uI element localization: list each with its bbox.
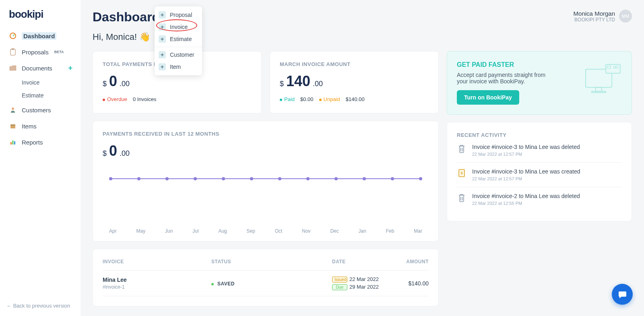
turn-on-bookipay-button[interactable]: Turn on BookiPay	[457, 90, 519, 105]
payments-chart-dec: .00	[120, 149, 130, 158]
payments-chart-whole: 0	[109, 143, 117, 159]
row-customer-name: Mina Lee	[103, 277, 211, 283]
nav-customers[interactable]: Customers	[4, 102, 76, 118]
unpaid-label: Unpaid	[324, 96, 340, 102]
nav-proposals-label: Proposals	[22, 49, 49, 56]
document-icon: $	[457, 168, 466, 178]
svg-text:$: $	[460, 171, 462, 175]
nav-documents-label: Documents	[22, 65, 52, 72]
overdue-count: 0 Invoices	[133, 96, 157, 102]
svg-rect-6	[10, 142, 12, 145]
user-name: Monica Morgan	[574, 10, 615, 17]
plus-icon: +	[159, 23, 166, 31]
chart-x-label: Nov	[302, 228, 310, 234]
nav-invoice[interactable]: Invoice	[4, 76, 76, 89]
chart-x-label: Sep	[247, 228, 255, 234]
nav-documents[interactable]: Documents +	[4, 60, 76, 76]
svg-point-3	[12, 107, 14, 110]
device-illustration-icon	[582, 61, 622, 105]
dropdown-separator	[155, 47, 202, 47]
overdue-label: Overdue	[107, 96, 127, 102]
month-invoice-title: MARCH INVOICE AMOUNT	[280, 61, 429, 67]
plus-icon: +	[159, 35, 166, 43]
dot-red-icon	[103, 99, 105, 101]
activity-time: 22 Mar 2022 at 12:57 PM	[472, 152, 580, 157]
svg-rect-12	[606, 64, 620, 73]
back-to-previous-link[interactable]: ← Back to previous version	[6, 303, 70, 309]
total-payments-dec: .00	[120, 80, 130, 88]
nav-items-label: Items	[22, 123, 37, 130]
nav-items[interactable]: Items	[4, 118, 76, 134]
plus-icon: +	[159, 63, 166, 70]
activity-time: 22 Mar 2022 at 12:55 PM	[472, 201, 580, 206]
dropdown-item[interactable]: + Item	[155, 61, 202, 73]
chart-data-point	[250, 177, 253, 180]
paid-label: Paid	[284, 96, 295, 102]
chart-data-point	[222, 177, 225, 180]
chart-data-point	[137, 177, 140, 180]
issued-badge: Issued	[332, 277, 347, 283]
activity-text: Invoice #invoice-3 to Mina Lee was creat…	[472, 168, 580, 175]
chart-data-point	[419, 177, 422, 180]
svg-rect-11	[592, 91, 606, 93]
nav-proposals[interactable]: ProposalsBETA	[4, 44, 76, 60]
recent-activity-card: RECENT ACTIVITY Invoice #invoice-3 to Mi…	[447, 122, 632, 221]
svg-rect-10	[596, 87, 602, 91]
svg-rect-7	[12, 140, 14, 145]
dashboard-icon	[9, 32, 17, 40]
svg-rect-8	[14, 141, 15, 145]
month-invoice-dec: .00	[313, 80, 323, 88]
add-document-icon[interactable]: +	[68, 64, 72, 72]
nav-dashboard-label: Dashboard	[22, 32, 56, 40]
line-chart	[105, 173, 426, 221]
col-header-date: DATE	[332, 259, 396, 264]
chart-x-label: Feb	[386, 228, 394, 234]
month-invoice-whole: 140	[286, 73, 310, 90]
activity-title: RECENT ACTIVITY	[457, 132, 622, 138]
folder-icon	[9, 64, 17, 72]
dropdown-estimate[interactable]: + Estimate	[155, 33, 202, 45]
beta-badge: BETA	[54, 50, 64, 54]
chart-icon	[9, 138, 17, 146]
chart-data-point	[109, 177, 112, 180]
month-invoice-card: MARCH INVOICE AMOUNT $ 140.00 Paid $0.00…	[270, 51, 439, 114]
create-dropdown-menu: + Proposal + Invoice + Estimate + Custom…	[155, 6, 202, 75]
bookipay-promo-card: GET PAID FASTER Accept card payments str…	[447, 51, 632, 115]
activity-item[interactable]: Invoice #invoice-2 to Mina Lee was delet…	[457, 187, 622, 211]
col-header-status: STATUS	[211, 259, 332, 264]
chart-x-label: Jul	[192, 228, 198, 234]
trash-icon	[457, 193, 466, 202]
activity-item[interactable]: Invoice #invoice-3 to Mina Lee was delet…	[457, 138, 622, 163]
clipboard-icon	[9, 48, 17, 56]
greeting: Hi, Monica! 👋	[93, 32, 160, 42]
chart-x-label: Mar	[414, 228, 422, 234]
svg-rect-1	[10, 49, 15, 55]
nav-estimate[interactable]: Estimate	[4, 89, 76, 102]
promo-text: Accept card payments straight from your …	[457, 72, 553, 85]
user-menu[interactable]: Monica Morgan BOOKIPI PTY LTD MM	[574, 10, 632, 23]
nav-customers-label: Customers	[22, 107, 51, 114]
svg-rect-5	[10, 124, 15, 126]
plus-icon: +	[159, 51, 166, 58]
arrow-left-icon: ←	[6, 303, 12, 309]
payments-chart-title: PAYMENTS RECEIVED IN LAST 12 MONTHS	[103, 131, 429, 137]
dropdown-proposal[interactable]: + Proposal	[155, 9, 202, 21]
dropdown-invoice[interactable]: + Invoice	[155, 21, 202, 33]
avatar: MM	[619, 10, 632, 23]
table-row[interactable]: Mina Lee #invoice-1 SAVED Issued22 Mar 2…	[103, 271, 429, 296]
activity-text: Invoice #invoice-2 to Mina Lee was delet…	[472, 193, 580, 199]
paid-amount: $0.00	[300, 96, 314, 102]
row-invoice-ref: #invoice-1	[103, 284, 211, 290]
nav-reports[interactable]: Reports	[4, 134, 76, 150]
dot-teal-icon	[280, 99, 282, 101]
issued-date: 22 Mar 2022	[349, 276, 379, 282]
brand-logo: bookipi	[4, 8, 76, 28]
payments-chart-card: PAYMENTS RECEIVED IN LAST 12 MONTHS $ 0.…	[93, 121, 439, 242]
nav-reports-label: Reports	[22, 139, 43, 146]
nav-dashboard[interactable]: Dashboard	[4, 28, 76, 44]
dropdown-customer[interactable]: + Customer	[155, 49, 202, 61]
chat-fab-button[interactable]	[612, 284, 633, 305]
activity-time: 22 Mar 2022 at 12:57 PM	[472, 176, 580, 181]
chart-data-point	[165, 177, 169, 180]
activity-item[interactable]: $Invoice #invoice-3 to Mina Lee was crea…	[457, 163, 622, 187]
